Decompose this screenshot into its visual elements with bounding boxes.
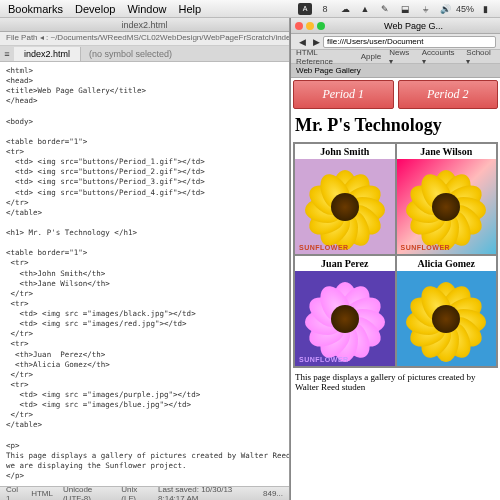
period-1-button[interactable]: Period 1 (293, 80, 394, 109)
status-lineending[interactable]: Unix (LF) (121, 485, 148, 501)
gallery-table: John Smith SUNFLOWER Jane Wilson SUNFLOW… (293, 142, 498, 368)
bookmark-news[interactable]: News ▾ (389, 48, 414, 66)
student-name: Alicia Gomez (397, 256, 497, 271)
status-col: Col 1 (6, 485, 21, 501)
gutter-icon[interactable]: ≡ (0, 48, 14, 60)
file-path-label: File Path (6, 33, 38, 42)
menu-window[interactable]: Window (127, 3, 166, 15)
file-path-bar: File Path ◂ : ~/Documents/WReedMS/CL02We… (0, 32, 289, 46)
student-name: Juan Perez (295, 256, 395, 271)
bookmark-apple[interactable]: Apple (361, 52, 381, 61)
forward-icon[interactable]: ▶ (309, 36, 323, 48)
sunflower-image: SUNFLOWER (295, 159, 395, 254)
page-heading: Mr. P's Technology (295, 115, 496, 136)
browser-window: Web Page G... ◀ ▶ HTML Reference Apple N… (290, 18, 500, 500)
browser-tab[interactable]: Web Page Gallery (296, 66, 361, 75)
status-size: 849... (263, 489, 283, 498)
bookmark-html-ref[interactable]: HTML Reference (296, 48, 353, 66)
period-2-button[interactable]: Period 2 (398, 80, 499, 109)
menu-develop[interactable]: Develop (75, 3, 115, 15)
browser-titlebar[interactable]: Web Page G... (291, 18, 500, 34)
student-name: John Smith (295, 144, 395, 159)
battery-percent: 45% (458, 3, 472, 15)
file-path: ~/Documents/WReedMS/CL02WebDesign/WebPag… (50, 33, 289, 42)
editor-statusbar: Col 1 HTML Unicode (UTF-8) Unix (LF) Las… (0, 486, 289, 500)
browser-tabbar: Web Page Gallery (291, 64, 500, 78)
wifi-icon[interactable]: ⏚ (418, 3, 432, 15)
drive-icon[interactable]: ▲ (358, 3, 372, 15)
sunflower-image (397, 271, 497, 366)
battery-icon[interactable]: ▮ (478, 3, 492, 15)
menu-help[interactable]: Help (179, 3, 202, 15)
image-label: SUNFLOWER (401, 244, 451, 251)
editor-tab[interactable]: index2.html (14, 47, 81, 61)
code-area[interactable]: <html> <head> <title>Web Page Gallery</t… (0, 62, 289, 486)
gallery-cell: Jane Wilson SUNFLOWER (396, 143, 498, 255)
minimize-icon[interactable] (306, 22, 314, 30)
zoom-icon[interactable] (317, 22, 325, 30)
status-saved: Last saved: 10/30/13 8:14:17 AM (158, 485, 253, 501)
speaker-icon[interactable]: 🔊 (438, 3, 452, 15)
bookmark-accounts[interactable]: Accounts ▾ (422, 48, 459, 66)
dropbox-icon[interactable]: ⬓ (398, 3, 412, 15)
gallery-cell: Juan Perez SUNFLOWER (294, 255, 396, 367)
adobe-badge: 8 (318, 3, 332, 15)
evernote-icon[interactable]: ✎ (378, 3, 392, 15)
browser-title: Web Page G... (384, 21, 443, 31)
editor-titlebar[interactable]: index2.html (0, 18, 289, 32)
menubar: Bookmarks Develop Window Help A 8 ☁ ▲ ✎ … (0, 0, 500, 18)
adobe-icon[interactable]: A (298, 3, 312, 15)
student-name: Jane Wilson (397, 144, 497, 159)
gallery-cell: Alicia Gomez (396, 255, 498, 367)
cloud-icon[interactable]: ☁ (338, 3, 352, 15)
bookmark-school[interactable]: School ▾ (466, 48, 495, 66)
close-icon[interactable] (295, 22, 303, 30)
status-encoding[interactable]: Unicode (UTF-8) (63, 485, 111, 501)
sunflower-image: SUNFLOWER (397, 159, 497, 254)
page-caption: This page displays a gallery of pictures… (293, 368, 498, 396)
code-editor-window: index2.html File Path ◂ : ~/Documents/WR… (0, 18, 290, 500)
image-label: SUNFLOWER (299, 244, 349, 251)
url-field[interactable] (323, 36, 496, 48)
symbol-selector[interactable]: (no symbol selected) (81, 49, 289, 59)
gallery-cell: John Smith SUNFLOWER (294, 143, 396, 255)
bookmarks-bar: HTML Reference Apple News ▾ Accounts ▾ S… (291, 50, 500, 64)
back-icon[interactable]: ◀ (295, 36, 309, 48)
image-label: SUNFLOWER (299, 356, 349, 363)
sunflower-image: SUNFLOWER (295, 271, 395, 366)
rendered-page: Period 1 Period 2 Mr. P's Technology Joh… (291, 78, 500, 500)
status-lang[interactable]: HTML (31, 489, 53, 498)
menu-bookmarks[interactable]: Bookmarks (8, 3, 63, 15)
